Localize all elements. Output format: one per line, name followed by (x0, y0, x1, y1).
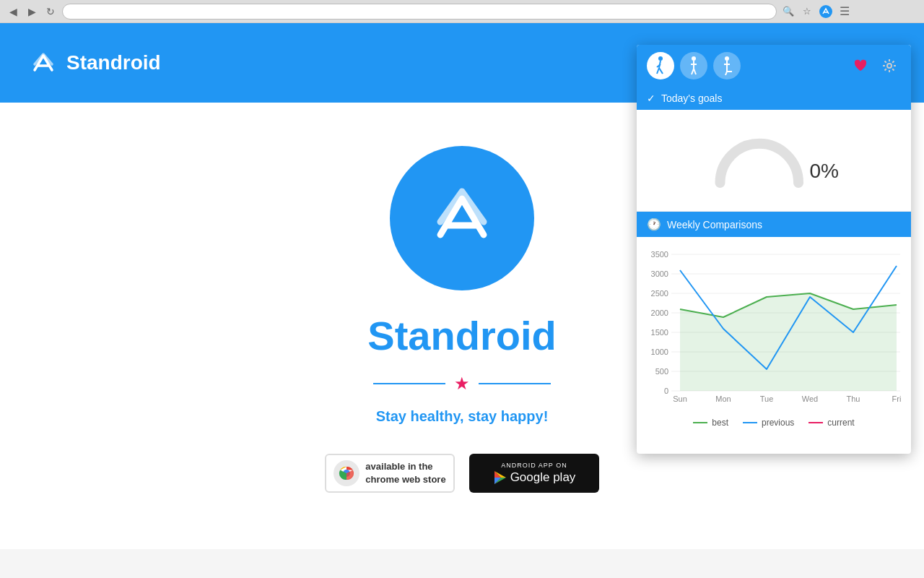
settings-icon[interactable] (878, 54, 901, 77)
gp-top-text: ANDROID APP ON (501, 462, 567, 469)
svg-text:3000: 3000 (651, 269, 668, 278)
weekly-chart: 3500 3000 2500 2000 1500 1000 500 0 (644, 244, 904, 410)
standroid-popup: ✓ Today's goals 0% 🕐 Weekly Comparisons (637, 45, 911, 454)
svg-line-12 (657, 68, 659, 74)
browser-refresh[interactable]: ↻ (43, 4, 58, 19)
divider-right (479, 383, 551, 384)
current-line-icon (808, 422, 823, 423)
best-line-icon (693, 422, 707, 423)
svg-text:0: 0 (664, 387, 668, 395)
weekly-header: 🕐 Weekly Comparisons (637, 212, 911, 237)
svg-point-25 (887, 64, 892, 68)
svg-text:Wed: Wed (802, 394, 818, 403)
chrome-store-text: available in the chrome web store (365, 460, 445, 486)
star-decoration: ★ (454, 374, 470, 394)
browser-nav-forward[interactable]: ▶ (25, 4, 39, 19)
google-play-icon (493, 470, 507, 485)
menu-icon[interactable]: ☰ (837, 4, 852, 19)
gauge-section: 0% (637, 110, 911, 212)
svg-text:500: 500 (655, 367, 668, 376)
walk-figure-icon (653, 56, 668, 76)
check-icon: ✓ (647, 92, 655, 104)
chrome-store-button[interactable]: available in the chrome web store (325, 454, 455, 493)
tagline: Stay healthy, stay happy! (376, 408, 549, 425)
logo-text: Standroid (66, 51, 161, 74)
popup-header (637, 45, 911, 87)
svg-text:Thu: Thu (847, 394, 860, 403)
store-buttons-container: available in the chrome web store ANDROI… (325, 454, 599, 493)
avatar-sitting[interactable] (713, 52, 741, 79)
goals-section: ✓ Today's goals (637, 87, 911, 110)
svg-point-9 (658, 56, 663, 61)
legend-best-label: best (712, 418, 728, 428)
legend-previous-label: previous (762, 418, 794, 428)
svg-text:2000: 2000 (651, 309, 668, 317)
svg-line-13 (659, 68, 663, 74)
avatar-standing[interactable] (680, 52, 707, 79)
clock-icon: 🕐 (647, 217, 661, 231)
gauge-svg (709, 124, 810, 197)
gp-brand-text: Google play (510, 470, 576, 485)
star-divider: ★ (373, 374, 551, 394)
site-logo: Standroid (29, 48, 161, 77)
chart-area: 3500 3000 2500 2000 1500 1000 500 0 (637, 237, 911, 454)
legend-previous: previous (743, 418, 794, 428)
svg-text:Tue: Tue (760, 394, 774, 403)
svg-text:1000: 1000 (651, 348, 668, 356)
legend-best: best (693, 418, 728, 428)
heart-icon[interactable] (849, 54, 872, 77)
chrome-icon (334, 460, 359, 486)
svg-text:Fri: Fri (892, 394, 902, 403)
google-play-button[interactable]: ANDROID APP ON Google play (469, 454, 599, 493)
weekly-label: Weekly Comparisons (667, 219, 762, 230)
stand-figure-icon (686, 56, 702, 76)
sit-figure-icon (719, 56, 735, 76)
legend-current: current (808, 418, 854, 428)
svg-point-19 (725, 56, 729, 61)
legend-current-label: current (827, 418, 854, 428)
goals-label: Today's goals (661, 92, 722, 104)
chart-legend: best previous current (644, 413, 904, 432)
avatar-walking[interactable] (647, 52, 674, 79)
previous-line-icon (743, 422, 757, 423)
svg-text:2500: 2500 (651, 289, 668, 298)
svg-text:1500: 1500 (651, 328, 668, 337)
svg-point-0 (819, 5, 832, 18)
svg-point-14 (692, 56, 696, 61)
app-logo-circle (390, 146, 534, 290)
browser-nav-back[interactable]: ◀ (6, 4, 20, 19)
svg-line-18 (694, 69, 696, 74)
divider-left (373, 383, 445, 384)
svg-line-24 (725, 72, 727, 75)
avatar-buttons (647, 52, 741, 79)
svg-text:Mon: Mon (715, 394, 731, 403)
gauge-value: 0% (810, 160, 839, 183)
svg-text:3500: 3500 (651, 250, 668, 259)
svg-text:Sun: Sun (673, 394, 687, 403)
standroid-extension-icon[interactable] (819, 4, 833, 19)
app-title: Standroid (367, 312, 556, 359)
search-icon[interactable]: 🔍 (781, 4, 796, 19)
popup-action-icons (849, 54, 901, 77)
gauge-display: 0% (709, 124, 839, 197)
bookmark-icon[interactable]: ☆ (800, 4, 814, 19)
